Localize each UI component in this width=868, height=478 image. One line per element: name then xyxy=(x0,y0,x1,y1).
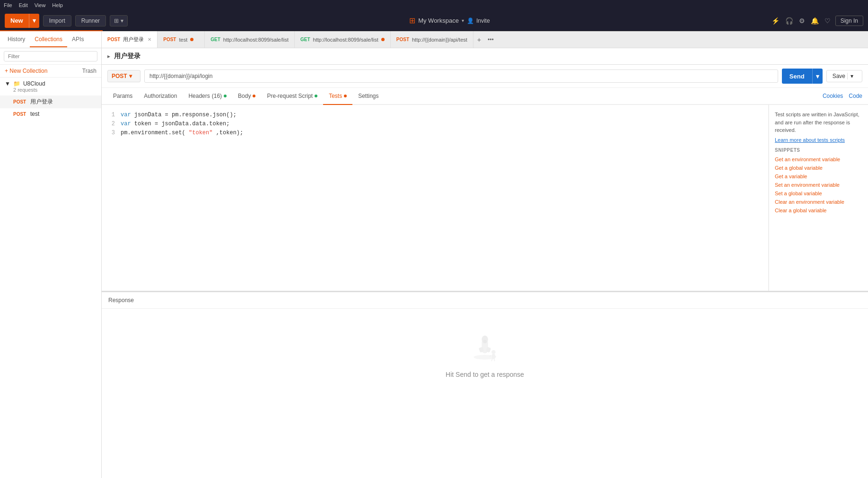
tab-get-sale2[interactable]: GET http://localhost:8099/sale/list xyxy=(295,31,391,48)
tab-method-post3: POST xyxy=(396,37,409,42)
tab-dot-orange2 xyxy=(381,38,385,41)
collection-name: ▼ 📁 U8Cloud xyxy=(5,80,96,87)
code-var-1: var xyxy=(121,112,134,118)
url-input[interactable] xyxy=(144,70,778,83)
tab-add-button[interactable]: + xyxy=(473,36,485,43)
save-button[interactable]: Save ▾ xyxy=(826,70,862,82)
code-inline-1: jsonData = pm.response.json(); xyxy=(134,112,237,118)
tab-close-login[interactable]: ✕ xyxy=(148,37,151,42)
svg-line-11 xyxy=(494,359,495,361)
folder-icon: 📁 xyxy=(13,80,20,87)
snippet-info-text: Test scripts are written in JavaScript, … xyxy=(775,111,862,134)
new-button[interactable]: New ▾ xyxy=(5,14,39,28)
tab-get-sale1[interactable]: GET http://localhost:8099/sale/list xyxy=(205,31,295,48)
tab-history[interactable]: History xyxy=(3,32,30,47)
sidebar-actions: + New Collection Trash xyxy=(0,65,101,78)
tab-method-get2: GET xyxy=(300,37,310,42)
editor-area: 1 var var jsonData = pm.response.json();… xyxy=(102,105,868,291)
menu-edit[interactable]: Edit xyxy=(19,2,28,8)
code-inline-2: token = jsonData.data.token; xyxy=(134,121,230,127)
snippet-learn-link[interactable]: Learn more about tests scripts xyxy=(775,137,862,143)
new-button-arrow[interactable]: ▾ xyxy=(29,14,39,28)
tab-more-button[interactable]: ••• xyxy=(485,36,497,43)
req-tab-settings[interactable]: Settings xyxy=(352,88,384,105)
headphones-icon[interactable]: 🎧 xyxy=(785,17,793,25)
tab-collections[interactable]: Collections xyxy=(30,32,67,47)
response-empty: Hit Send to get a response xyxy=(102,309,868,392)
rocket-illustration xyxy=(464,328,506,363)
workspace-button[interactable]: ⊞ My Workspace ▾ xyxy=(409,16,464,25)
import-button[interactable]: Import xyxy=(43,15,71,26)
sign-in-button[interactable]: Sign In xyxy=(835,16,863,26)
sidebar-tabs: History Collections APIs xyxy=(0,31,101,48)
collapse-arrow-icon: ▼ xyxy=(5,80,10,87)
menu-file[interactable]: File xyxy=(4,2,12,8)
req-tab-headers[interactable]: Headers (16) xyxy=(183,88,232,105)
cookies-link[interactable]: Cookies xyxy=(823,93,843,99)
tab-post-test[interactable]: POST test xyxy=(158,31,205,48)
code-inline-3a: pm.environment.set( xyxy=(121,130,185,136)
code-content-2: var token = jsonData.data.token; xyxy=(121,120,229,129)
trash-button[interactable]: Trash xyxy=(82,68,96,74)
tab-post-domain[interactable]: POST http://{{domain}}/api/test xyxy=(391,31,473,48)
tab-dot-orange xyxy=(190,38,193,41)
req-tab-auth[interactable]: Authorization xyxy=(138,88,183,105)
new-button-label: New xyxy=(5,14,29,28)
save-arrow-icon[interactable]: ▾ xyxy=(847,73,856,79)
screenshot-button[interactable]: ⊞ ▾ xyxy=(110,15,128,26)
tab-method-post2: POST xyxy=(163,37,176,42)
settings-icon[interactable]: ⚙ xyxy=(799,17,805,25)
content-area: POST 用户登录 ✕ POST test GET http://localho… xyxy=(102,31,868,478)
snippet-set-env[interactable]: Set an environment variable xyxy=(775,182,862,188)
heart-icon[interactable]: ♡ xyxy=(824,17,831,25)
auth-label: Authorization xyxy=(144,93,177,99)
headers-label: Headers xyxy=(188,93,210,99)
invite-label: Invite xyxy=(476,17,490,24)
snippet-get-env[interactable]: Get an environment variable xyxy=(775,156,862,162)
req-tab-pre-request[interactable]: Pre-request Script xyxy=(261,88,323,105)
tests-dot xyxy=(344,95,347,97)
settings-label: Settings xyxy=(358,93,378,99)
method-select[interactable]: POST ▾ xyxy=(107,70,140,82)
invite-button[interactable]: 👤 Invite xyxy=(467,17,490,24)
tab-name-sale2: http://localhost:8099/sale/list xyxy=(313,37,378,43)
req-tab-tests[interactable]: Tests xyxy=(323,88,352,105)
snippets-panel: Test scripts are written in JavaScript, … xyxy=(769,105,868,291)
collection-u8cloud[interactable]: ▼ 📁 U8Cloud 2 requests xyxy=(0,78,101,96)
new-collection-button[interactable]: + New Collection xyxy=(5,68,47,74)
method-badge-post-test: POST xyxy=(13,112,26,117)
menu-help[interactable]: Help xyxy=(52,2,63,8)
req-tabs-right: Cookies Code xyxy=(823,93,862,99)
send-button[interactable]: Send ▾ xyxy=(782,69,823,84)
runner-button[interactable]: Runner xyxy=(75,15,106,26)
code-var-2: var xyxy=(121,121,134,127)
tab-apis[interactable]: APIs xyxy=(67,32,88,47)
menu-view[interactable]: View xyxy=(35,2,46,8)
tab-post-login[interactable]: POST 用户登录 ✕ xyxy=(102,31,158,48)
request-item-login[interactable]: POST 用户登录 xyxy=(0,96,101,108)
code-editor[interactable]: 1 var var jsonData = pm.response.json();… xyxy=(102,105,769,291)
snippet-clear-global[interactable]: Clear a global variable xyxy=(775,208,862,213)
response-area: Response Hit Send to get xyxy=(102,291,868,478)
code-link[interactable]: Code xyxy=(849,93,862,99)
snippet-clear-env[interactable]: Clear an environment variable xyxy=(775,199,862,205)
bell-icon[interactable]: 🔔 xyxy=(811,17,819,25)
tabs-bar: POST 用户登录 ✕ POST test GET http://localho… xyxy=(102,31,868,48)
tab-name-test: test xyxy=(179,37,187,43)
request-tabs: Params Authorization Headers (16) Body P… xyxy=(102,88,868,105)
toolbar: New ▾ Import Runner ⊞ ▾ ⊞ My Workspace ▾… xyxy=(0,10,868,31)
req-tab-body[interactable]: Body xyxy=(232,88,261,105)
snippet-get-global[interactable]: Get a global variable xyxy=(775,165,862,171)
snippet-get-var[interactable]: Get a variable xyxy=(775,174,862,179)
request-item-test[interactable]: POST test xyxy=(0,108,101,120)
lightning-icon[interactable]: ⚡ xyxy=(772,17,780,25)
code-inline-3b: ,token); xyxy=(216,130,244,136)
req-tab-params[interactable]: Params xyxy=(107,88,138,105)
toolbar-left: New ▾ Import Runner ⊞ ▾ xyxy=(5,14,128,28)
send-arrow-icon[interactable]: ▾ xyxy=(812,69,823,84)
pre-request-dot xyxy=(315,95,317,97)
code-line-1: 1 var var jsonData = pm.response.json();… xyxy=(107,111,763,120)
code-content-3: pm.environment.set( "token" ,token); xyxy=(121,129,243,138)
snippet-set-global[interactable]: Set a global variable xyxy=(775,191,862,196)
search-input[interactable] xyxy=(4,51,97,61)
